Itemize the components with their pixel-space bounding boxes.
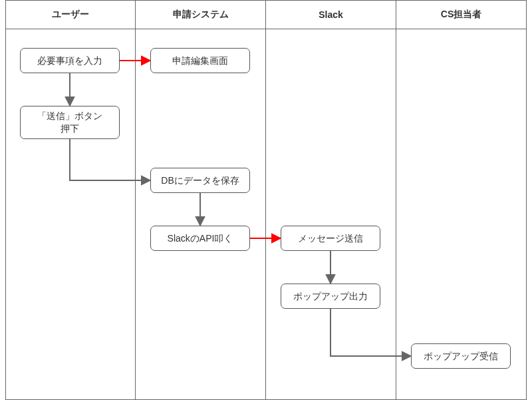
lane-title: CS担当者 <box>441 9 481 21</box>
step-input: 必要事項を入力 <box>20 48 120 73</box>
lane-header-slack: Slack <box>266 0 396 29</box>
lane-title: 申請システム <box>173 9 229 21</box>
step-api: SlackのAPI叩く <box>150 226 250 251</box>
lane-header-cs: CS担当者 <box>396 0 527 29</box>
lane-title: ユーザー <box>52 9 89 21</box>
step-pop-out: ポップアップ出力 <box>281 284 380 309</box>
swimlane-diagram: ユーザー 申請システム Slack CS担当者 必要事項を入力 申請編集画面 「… <box>0 0 532 400</box>
lane-body-slack <box>266 29 396 400</box>
lane-body-user <box>5 29 136 400</box>
step-pop-in: ポップアップ受信 <box>411 343 511 369</box>
step-db: DBにデータを保存 <box>150 168 250 193</box>
lane-header-system: 申請システム <box>136 0 266 29</box>
step-msg: メッセージ送信 <box>281 226 380 251</box>
lane-body-system <box>136 29 266 400</box>
lane-title: Slack <box>319 9 343 20</box>
lane-header-user: ユーザー <box>5 0 136 29</box>
step-edit-screen: 申請編集画面 <box>150 48 250 73</box>
step-send: 「送信」ボタン押下 <box>20 106 120 139</box>
